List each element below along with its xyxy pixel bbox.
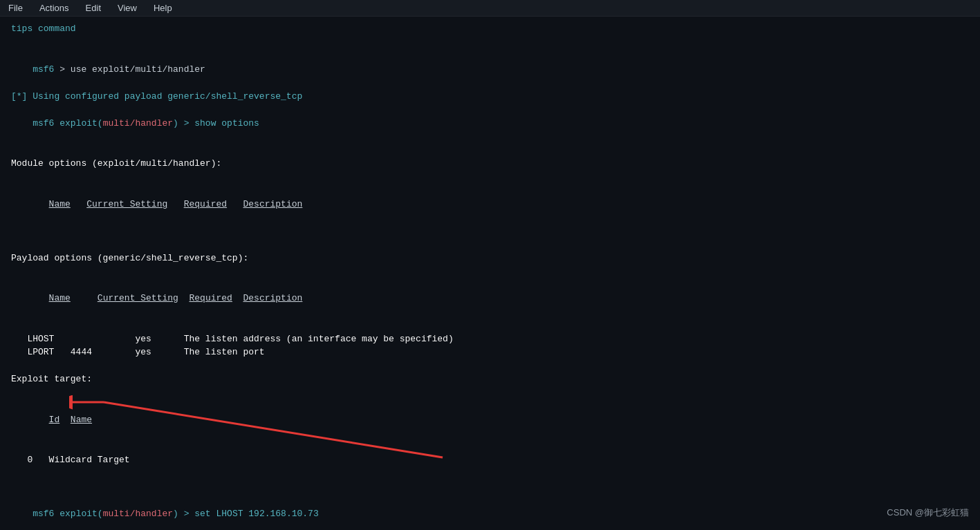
line-module-options: Module options (exploit/multi/handler): [11,157,969,171]
line-blank-8 [11,359,969,373]
menu-actions[interactable]: Actions [37,1,72,15]
line-show-options: msf6 exploit(multi/handler) > show optio… [11,103,969,144]
csdn-watermark: CSDN @御七彩虹猫 [887,507,969,519]
line-payload-header: Name Current Setting Required Descriptio… [11,278,969,319]
menu-view[interactable]: View [115,1,140,15]
line-blank-12 [11,480,969,494]
line-blank-7 [11,319,969,332]
menu-edit[interactable]: Edit [83,1,104,15]
line-using-payload: [*] Using configured payload generic/she… [11,90,969,104]
line-blank-5 [11,238,969,252]
line-blank-11 [11,467,969,481]
line-target-header: Id Name [11,399,969,440]
menubar: File Actions Edit View Help [0,0,980,17]
terminal-output: tips command msf6 > use exploit/multi/ha… [0,17,980,530]
line-tips: tips command [11,22,969,36]
line-blank-6 [11,265,969,278]
line-blank-3 [11,171,969,184]
line-payload-options: Payload options (generic/shell_reverse_t… [11,252,969,265]
line-set-lhost: msf6 exploit(multi/handler) > set LHOST … [11,494,969,531]
line-use-exploit: msf6 > use exploit/multi/handler [11,49,969,90]
line-exploit-target: Exploit target: [11,372,969,386]
line-lhost: LHOST yes The listen address (an interfa… [11,332,969,346]
line-blank-1 [11,36,969,50]
menu-file[interactable]: File [6,1,26,15]
line-module-header: Name Current Setting Required Descriptio… [11,184,969,225]
line-wildcard: 0 Wildcard Target [11,453,969,467]
line-blank-4 [11,225,969,238]
menu-help[interactable]: Help [151,1,175,15]
line-blank-2 [11,144,969,158]
line-blank-9 [11,386,969,400]
line-blank-10 [11,440,969,454]
line-lport: LPORT 4444 yes The listen port [11,346,969,359]
